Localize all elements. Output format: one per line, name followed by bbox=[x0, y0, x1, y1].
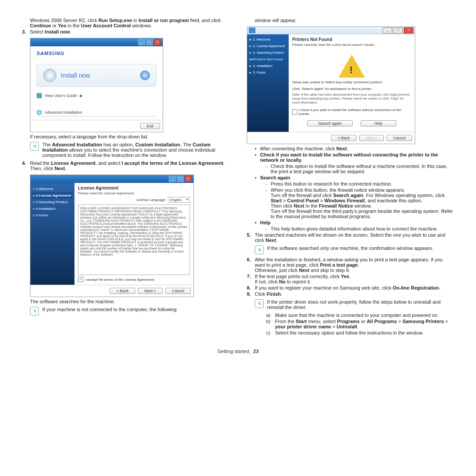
document-icon bbox=[37, 93, 42, 98]
close-icon[interactable]: × bbox=[154, 39, 161, 45]
dash-check-option: - Check this option to install the softw… bbox=[265, 164, 454, 174]
note-not-connected: If your machine is not connected to the … bbox=[42, 307, 177, 316]
maximize-icon[interactable]: □ bbox=[177, 176, 184, 182]
note-icon: ✎ bbox=[255, 299, 264, 308]
firewall-third-party: Turn off the firewall from the third par… bbox=[271, 208, 454, 219]
install-sidebar: ▸1.Welcome ▸2.License Agreement ▸3.Searc… bbox=[30, 183, 74, 285]
license-language-label: License Language: bbox=[136, 198, 166, 202]
license-language-select[interactable]: English bbox=[168, 197, 190, 203]
accept-label: I accept the terms of the License Agreem… bbox=[85, 278, 155, 282]
minimize-icon[interactable]: _ bbox=[138, 39, 145, 45]
cancel-button[interactable]: Cancel bbox=[387, 135, 412, 141]
warning-icon bbox=[338, 55, 365, 78]
next-button: Next > bbox=[359, 135, 384, 141]
substep-c: c) Select the necessary option and follo… bbox=[266, 330, 454, 335]
note-icon: ✎ bbox=[30, 307, 39, 316]
note-icon: ✎ bbox=[255, 245, 264, 254]
step-4: 4. Read the License Agreement, and selec… bbox=[22, 160, 229, 171]
bullet-help: • Help bbox=[255, 220, 454, 225]
minimize-icon[interactable]: _ bbox=[169, 176, 176, 182]
license-agreement-screenshot: _ □ × ▸1.Welcome ▸2.License Agreement ▸3… bbox=[30, 175, 194, 297]
substep-b: b) From the Start menu, select Programs … bbox=[266, 319, 454, 329]
left-column: Windows 2008 Server R2, click Run Setup.… bbox=[22, 18, 229, 335]
install-now-button[interactable]: Install now bbox=[37, 64, 156, 87]
samsung-logo: SAMSUNG bbox=[37, 51, 156, 56]
bullet-search-again: • Search again bbox=[255, 175, 454, 180]
close-icon[interactable]: × bbox=[185, 176, 192, 182]
step-3: 3. Select Install now. bbox=[22, 29, 229, 34]
window-will-appear: window will appear. bbox=[255, 18, 454, 23]
window-titlebar: _ □ × bbox=[30, 38, 163, 46]
back-button[interactable]: < Back bbox=[110, 288, 135, 294]
close-icon[interactable]: × bbox=[404, 27, 413, 33]
install-without-connection-checkbox[interactable] bbox=[292, 109, 298, 115]
note-cable: Note: If the cable has been disconnected… bbox=[292, 93, 411, 104]
window-titlebar: _ □ × bbox=[247, 27, 415, 34]
firewall-turn-off: Turn off the firewall and click Search a… bbox=[271, 193, 454, 203]
maximize-icon[interactable]: □ bbox=[146, 39, 153, 45]
view-users-guide-link[interactable]: View User's Guide ▶ bbox=[37, 93, 156, 98]
step-8: 8. If you want to register your machine … bbox=[247, 285, 454, 290]
substep-a: a) Make sure that the machine is connect… bbox=[266, 312, 454, 318]
step-7: 7. If the test page prints out correctly… bbox=[247, 274, 454, 284]
disc-icon bbox=[43, 69, 56, 82]
step-9: 9. Click Finish. bbox=[247, 291, 454, 297]
note-advanced-install: The Advanced Installation has an option,… bbox=[42, 142, 229, 158]
play-icon: ▶ bbox=[80, 93, 83, 98]
step-5: 5. The searched machines will be shown o… bbox=[247, 232, 454, 243]
globe-icon bbox=[37, 110, 42, 115]
advanced-installation-link[interactable]: Advanced Installation bbox=[37, 110, 156, 115]
pane-title: Printers Not Found bbox=[292, 37, 411, 42]
msg-not-detected: Setup was unable to detect any locally c… bbox=[292, 80, 411, 84]
minimize-icon[interactable]: _ bbox=[383, 27, 392, 33]
window-titlebar: _ □ × bbox=[30, 175, 193, 183]
maximize-icon[interactable]: □ bbox=[393, 27, 403, 33]
cancel-button[interactable]: Cancel bbox=[165, 288, 191, 294]
next-button[interactable]: Next > bbox=[138, 288, 163, 294]
arrow-icon bbox=[140, 71, 150, 80]
install-without-connection-label: Check if you want to install the softwar… bbox=[299, 108, 411, 116]
note-icon: ✎ bbox=[30, 142, 39, 151]
firewall-then-click-next: Then click Next in the Firewall Notice w… bbox=[271, 203, 454, 208]
page-footer: Getting started_ 23 bbox=[22, 349, 454, 354]
install-now-label: Install now bbox=[61, 72, 90, 79]
exit-button[interactable]: Exit bbox=[140, 123, 160, 129]
app-icon bbox=[249, 27, 256, 33]
msg-click-search: Click "Search again" for assistance to f… bbox=[292, 87, 411, 91]
bullet-check-install: • Check if you want to install the softw… bbox=[255, 152, 454, 163]
search-again-button[interactable]: Search again bbox=[307, 120, 353, 126]
after-shot2-text: The software searches for the machine. bbox=[30, 299, 229, 304]
back-button[interactable]: < Back bbox=[331, 135, 357, 141]
after-shot1-text: If necessary, select a language from the… bbox=[30, 134, 229, 139]
install-now-screenshot: _ □ × SAMSUNG Install now View User's Gu… bbox=[30, 38, 163, 132]
dash-press-button: - Press this button to research for the … bbox=[265, 181, 454, 186]
step-6: 6. After the installation is finished, a… bbox=[247, 257, 454, 273]
dash-help-info: - This help button gives detailed inform… bbox=[265, 226, 454, 231]
accept-checkbox[interactable]: ✓ bbox=[78, 277, 83, 282]
bullet-after-connecting: • After connecting the machine, click Ne… bbox=[255, 146, 454, 151]
dash-firewall-notice: - When you click this button, the firewa… bbox=[265, 187, 454, 193]
intro-paragraph: Windows 2008 Server R2, click Run Setup.… bbox=[30, 18, 229, 28]
pane-title: License Agreement bbox=[78, 186, 190, 190]
help-button[interactable]: Help bbox=[361, 120, 396, 126]
printers-not-found-screenshot: _ □ × ▸1. Welcome ▸2. License Agreement … bbox=[247, 26, 415, 144]
note-driver-reinstall: If the printer driver does not work prop… bbox=[267, 299, 454, 310]
right-column: window will appear. _ □ × ▸1. Welcome ▸2… bbox=[247, 18, 454, 335]
pane-subtitle: Please carefully read the notice about s… bbox=[292, 43, 411, 47]
install-sidebar: ▸1. Welcome ▸2. License Agreement ▸3. Se… bbox=[247, 34, 289, 132]
eula-textbox[interactable]: END-USER LICENSE AGREEMENT FOR SAMSUNG E… bbox=[78, 205, 190, 275]
note-one-machine: If the software searched only one machin… bbox=[267, 245, 433, 254]
pane-subtitle: Please read the License Agreement. bbox=[78, 191, 190, 195]
